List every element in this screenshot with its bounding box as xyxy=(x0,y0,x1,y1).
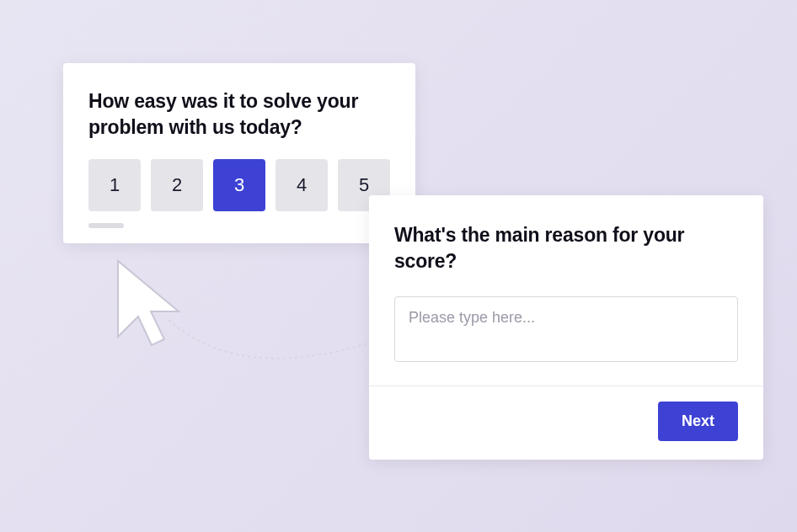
scale-indicator xyxy=(88,223,124,228)
reason-question: What's the main reason for your score? xyxy=(394,222,738,274)
reason-input[interactable] xyxy=(394,296,738,362)
divider xyxy=(369,386,763,386)
reason-card: What's the main reason for your score? N… xyxy=(369,195,763,460)
cursor-icon xyxy=(101,253,194,362)
button-row: Next xyxy=(394,402,738,441)
rating-option-3[interactable]: 3 xyxy=(213,159,265,211)
rating-option-1[interactable]: 1 xyxy=(88,159,141,211)
rating-options: 1 2 3 4 5 xyxy=(88,159,390,211)
rating-option-2[interactable]: 2 xyxy=(151,159,203,211)
rating-option-4[interactable]: 4 xyxy=(275,159,328,211)
rating-question: How easy was it to solve your problem wi… xyxy=(88,88,390,141)
connector-line xyxy=(160,295,396,396)
next-button[interactable]: Next xyxy=(658,402,738,441)
rating-card: How easy was it to solve your problem wi… xyxy=(63,63,415,243)
